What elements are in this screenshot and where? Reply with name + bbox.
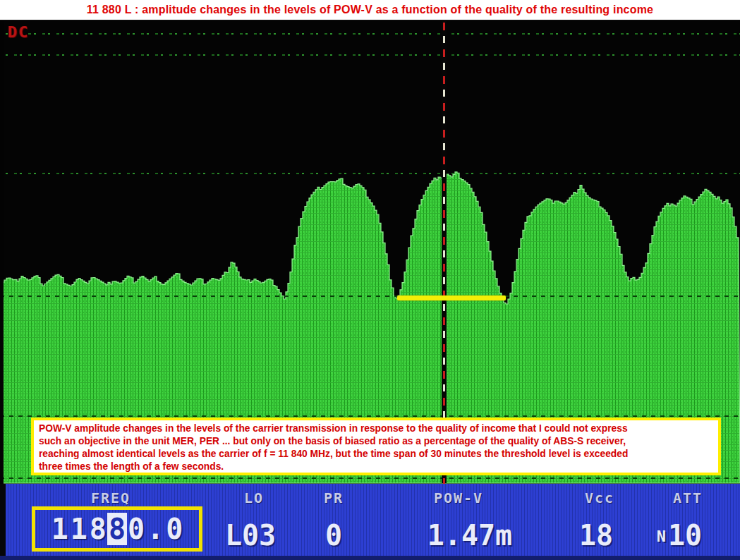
status-bar-bottom-edge (0, 556, 740, 560)
att-value-number: 10 (668, 519, 702, 552)
freq-digit: . (146, 513, 165, 545)
freq-value[interactable]: 11880.0 (50, 513, 184, 545)
status-bar: FREQ 11880.0 LO L03 PR 0 POW-V 1.47m Vcc… (0, 484, 740, 560)
meter-screen: 11 880 L : amplitude changes in the leve… (0, 0, 740, 560)
marker-cursor-line[interactable] (442, 21, 447, 483)
dc-mode-indicator: DC (8, 23, 30, 41)
freq-digit: 0 (165, 513, 184, 545)
gridline (0, 415, 740, 417)
pow-v-label: POW-V (388, 489, 529, 506)
freq-digit: 0 (127, 513, 146, 545)
annotation-line: three times the length of a few seconds. (39, 461, 713, 473)
annotation-box: POW-V amplitude changes in the levels of… (31, 418, 721, 475)
screen-left-edge (0, 21, 4, 484)
freq-cursor-digit: 8 (107, 513, 126, 545)
pr-value: 0 (300, 519, 368, 552)
freq-value-box[interactable]: 11880.0 (32, 506, 202, 552)
annotation-line: such an objective in the unit MER, PER .… (39, 435, 713, 448)
att-value-prefix: N (657, 528, 666, 545)
gridline (0, 477, 740, 479)
annotation-line: POW-V amplitude changes in the levels of… (39, 422, 713, 435)
reference-level-line (397, 296, 506, 300)
att-label: ATT (628, 489, 740, 506)
status-bar-left-edge (0, 484, 6, 560)
lo-value: L03 (212, 519, 289, 552)
lo-label: LO (219, 489, 289, 506)
freq-digit: 1 (50, 513, 69, 545)
gridline (0, 296, 740, 297)
pow-v-value: 1.47m (399, 519, 540, 552)
marker-dash-pattern (443, 23, 445, 485)
annotation-line: reaching almost identical levels as the … (39, 448, 713, 461)
freq-digit: 1 (69, 513, 88, 545)
freq-digit: 8 (88, 513, 107, 545)
spectrum-trace (0, 0, 740, 560)
att-value: N10 (619, 519, 739, 552)
pr-label: PR (300, 489, 368, 506)
freq-label: FREQ (40, 489, 181, 506)
